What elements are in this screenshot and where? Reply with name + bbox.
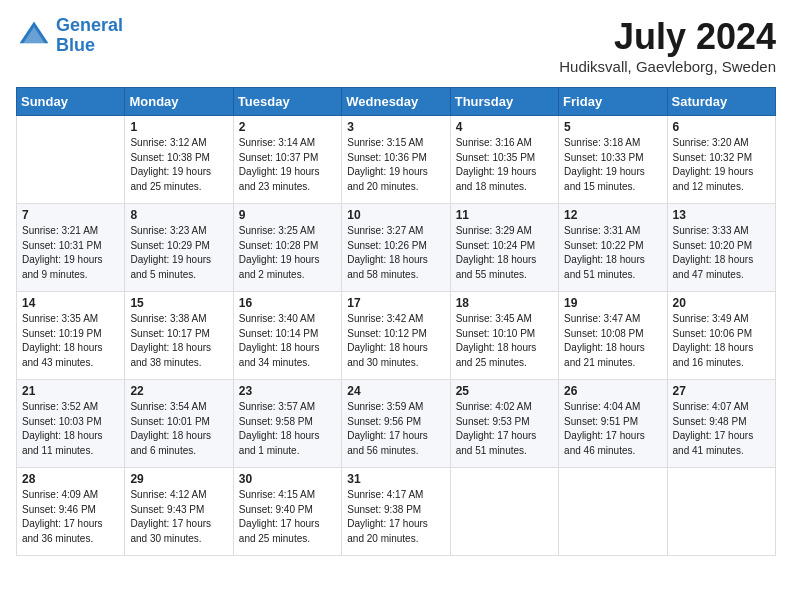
calendar-cell: 28Sunrise: 4:09 AM Sunset: 9:46 PM Dayli… xyxy=(17,468,125,556)
calendar-cell: 18Sunrise: 3:45 AM Sunset: 10:10 PM Dayl… xyxy=(450,292,558,380)
logo: General Blue xyxy=(16,16,123,56)
day-number: 25 xyxy=(456,384,553,398)
day-number: 17 xyxy=(347,296,444,310)
calendar-week-5: 28Sunrise: 4:09 AM Sunset: 9:46 PM Dayli… xyxy=(17,468,776,556)
day-number: 21 xyxy=(22,384,119,398)
calendar-cell: 26Sunrise: 4:04 AM Sunset: 9:51 PM Dayli… xyxy=(559,380,667,468)
day-number: 6 xyxy=(673,120,770,134)
month-title: July 2024 xyxy=(559,16,776,58)
day-info: Sunrise: 3:57 AM Sunset: 9:58 PM Dayligh… xyxy=(239,400,336,458)
calendar-cell: 16Sunrise: 3:40 AM Sunset: 10:14 PM Dayl… xyxy=(233,292,341,380)
day-info: Sunrise: 4:09 AM Sunset: 9:46 PM Dayligh… xyxy=(22,488,119,546)
calendar-week-1: 1Sunrise: 3:12 AM Sunset: 10:38 PM Dayli… xyxy=(17,116,776,204)
day-number: 23 xyxy=(239,384,336,398)
day-number: 20 xyxy=(673,296,770,310)
weekday-header-thursday: Thursday xyxy=(450,88,558,116)
weekday-header-monday: Monday xyxy=(125,88,233,116)
calendar-table: SundayMondayTuesdayWednesdayThursdayFrid… xyxy=(16,87,776,556)
calendar-cell: 11Sunrise: 3:29 AM Sunset: 10:24 PM Dayl… xyxy=(450,204,558,292)
day-info: Sunrise: 3:20 AM Sunset: 10:32 PM Daylig… xyxy=(673,136,770,194)
day-number: 26 xyxy=(564,384,661,398)
day-number: 22 xyxy=(130,384,227,398)
day-number: 24 xyxy=(347,384,444,398)
calendar-cell: 23Sunrise: 3:57 AM Sunset: 9:58 PM Dayli… xyxy=(233,380,341,468)
day-number: 15 xyxy=(130,296,227,310)
calendar-cell: 4Sunrise: 3:16 AM Sunset: 10:35 PM Dayli… xyxy=(450,116,558,204)
page-header: General Blue July 2024 Hudiksvall, Gaevl… xyxy=(16,16,776,75)
day-info: Sunrise: 3:21 AM Sunset: 10:31 PM Daylig… xyxy=(22,224,119,282)
day-info: Sunrise: 3:12 AM Sunset: 10:38 PM Daylig… xyxy=(130,136,227,194)
calendar-cell: 14Sunrise: 3:35 AM Sunset: 10:19 PM Dayl… xyxy=(17,292,125,380)
day-number: 19 xyxy=(564,296,661,310)
weekday-header-friday: Friday xyxy=(559,88,667,116)
day-number: 3 xyxy=(347,120,444,134)
calendar-cell: 15Sunrise: 3:38 AM Sunset: 10:17 PM Dayl… xyxy=(125,292,233,380)
calendar-cell: 5Sunrise: 3:18 AM Sunset: 10:33 PM Dayli… xyxy=(559,116,667,204)
day-info: Sunrise: 3:52 AM Sunset: 10:03 PM Daylig… xyxy=(22,400,119,458)
calendar-cell: 25Sunrise: 4:02 AM Sunset: 9:53 PM Dayli… xyxy=(450,380,558,468)
day-info: Sunrise: 3:45 AM Sunset: 10:10 PM Daylig… xyxy=(456,312,553,370)
day-number: 28 xyxy=(22,472,119,486)
logo-text: General Blue xyxy=(56,16,123,56)
day-info: Sunrise: 3:14 AM Sunset: 10:37 PM Daylig… xyxy=(239,136,336,194)
day-info: Sunrise: 4:12 AM Sunset: 9:43 PM Dayligh… xyxy=(130,488,227,546)
calendar-cell: 12Sunrise: 3:31 AM Sunset: 10:22 PM Dayl… xyxy=(559,204,667,292)
day-info: Sunrise: 3:27 AM Sunset: 10:26 PM Daylig… xyxy=(347,224,444,282)
weekday-header-saturday: Saturday xyxy=(667,88,775,116)
day-number: 4 xyxy=(456,120,553,134)
calendar-cell: 30Sunrise: 4:15 AM Sunset: 9:40 PM Dayli… xyxy=(233,468,341,556)
calendar-cell: 9Sunrise: 3:25 AM Sunset: 10:28 PM Dayli… xyxy=(233,204,341,292)
day-info: Sunrise: 3:38 AM Sunset: 10:17 PM Daylig… xyxy=(130,312,227,370)
day-info: Sunrise: 4:17 AM Sunset: 9:38 PM Dayligh… xyxy=(347,488,444,546)
day-info: Sunrise: 3:18 AM Sunset: 10:33 PM Daylig… xyxy=(564,136,661,194)
calendar-cell: 20Sunrise: 3:49 AM Sunset: 10:06 PM Dayl… xyxy=(667,292,775,380)
day-info: Sunrise: 3:35 AM Sunset: 10:19 PM Daylig… xyxy=(22,312,119,370)
calendar-cell: 6Sunrise: 3:20 AM Sunset: 10:32 PM Dayli… xyxy=(667,116,775,204)
calendar-cell xyxy=(17,116,125,204)
day-number: 1 xyxy=(130,120,227,134)
calendar-cell xyxy=(450,468,558,556)
day-info: Sunrise: 3:49 AM Sunset: 10:06 PM Daylig… xyxy=(673,312,770,370)
day-number: 7 xyxy=(22,208,119,222)
weekday-header-wednesday: Wednesday xyxy=(342,88,450,116)
day-number: 8 xyxy=(130,208,227,222)
day-info: Sunrise: 3:31 AM Sunset: 10:22 PM Daylig… xyxy=(564,224,661,282)
calendar-cell: 21Sunrise: 3:52 AM Sunset: 10:03 PM Dayl… xyxy=(17,380,125,468)
day-info: Sunrise: 3:16 AM Sunset: 10:35 PM Daylig… xyxy=(456,136,553,194)
day-info: Sunrise: 3:42 AM Sunset: 10:12 PM Daylig… xyxy=(347,312,444,370)
day-number: 16 xyxy=(239,296,336,310)
logo-line2: Blue xyxy=(56,35,95,55)
calendar-cell: 1Sunrise: 3:12 AM Sunset: 10:38 PM Dayli… xyxy=(125,116,233,204)
day-info: Sunrise: 3:29 AM Sunset: 10:24 PM Daylig… xyxy=(456,224,553,282)
day-info: Sunrise: 3:47 AM Sunset: 10:08 PM Daylig… xyxy=(564,312,661,370)
day-info: Sunrise: 4:15 AM Sunset: 9:40 PM Dayligh… xyxy=(239,488,336,546)
calendar-cell xyxy=(559,468,667,556)
day-number: 10 xyxy=(347,208,444,222)
day-number: 9 xyxy=(239,208,336,222)
calendar-cell: 8Sunrise: 3:23 AM Sunset: 10:29 PM Dayli… xyxy=(125,204,233,292)
day-number: 29 xyxy=(130,472,227,486)
day-info: Sunrise: 3:15 AM Sunset: 10:36 PM Daylig… xyxy=(347,136,444,194)
calendar-week-2: 7Sunrise: 3:21 AM Sunset: 10:31 PM Dayli… xyxy=(17,204,776,292)
location-title: Hudiksvall, Gaevleborg, Sweden xyxy=(559,58,776,75)
weekday-header-row: SundayMondayTuesdayWednesdayThursdayFrid… xyxy=(17,88,776,116)
day-info: Sunrise: 4:04 AM Sunset: 9:51 PM Dayligh… xyxy=(564,400,661,458)
day-info: Sunrise: 4:07 AM Sunset: 9:48 PM Dayligh… xyxy=(673,400,770,458)
day-info: Sunrise: 3:59 AM Sunset: 9:56 PM Dayligh… xyxy=(347,400,444,458)
day-info: Sunrise: 3:33 AM Sunset: 10:20 PM Daylig… xyxy=(673,224,770,282)
calendar-cell: 10Sunrise: 3:27 AM Sunset: 10:26 PM Dayl… xyxy=(342,204,450,292)
day-number: 2 xyxy=(239,120,336,134)
calendar-cell: 7Sunrise: 3:21 AM Sunset: 10:31 PM Dayli… xyxy=(17,204,125,292)
weekday-header-tuesday: Tuesday xyxy=(233,88,341,116)
day-number: 12 xyxy=(564,208,661,222)
day-info: Sunrise: 4:02 AM Sunset: 9:53 PM Dayligh… xyxy=(456,400,553,458)
weekday-header-sunday: Sunday xyxy=(17,88,125,116)
day-number: 30 xyxy=(239,472,336,486)
calendar-week-3: 14Sunrise: 3:35 AM Sunset: 10:19 PM Dayl… xyxy=(17,292,776,380)
logo-icon xyxy=(16,18,52,54)
day-number: 13 xyxy=(673,208,770,222)
day-info: Sunrise: 3:25 AM Sunset: 10:28 PM Daylig… xyxy=(239,224,336,282)
day-number: 31 xyxy=(347,472,444,486)
calendar-cell: 17Sunrise: 3:42 AM Sunset: 10:12 PM Dayl… xyxy=(342,292,450,380)
logo-line1: General xyxy=(56,15,123,35)
